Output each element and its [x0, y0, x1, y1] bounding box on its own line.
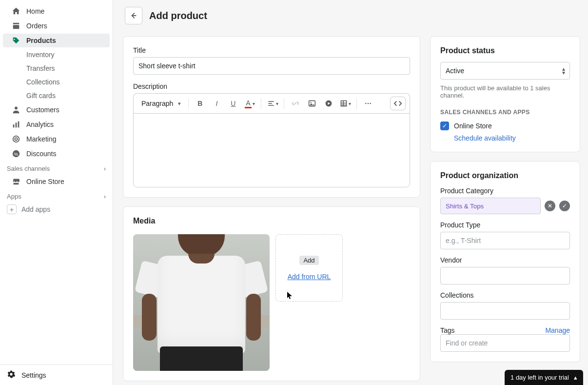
link-button[interactable] — [289, 97, 302, 110]
vendor-input[interactable] — [440, 267, 570, 284]
gear-icon — [7, 370, 16, 380]
nav-label: Customers — [26, 106, 59, 114]
checkbox-checked-icon: ✓ — [440, 122, 449, 130]
align-left-icon — [267, 100, 275, 107]
sales-channels-header[interactable]: Sales channels › — [0, 161, 113, 174]
org-heading: Product organization — [440, 171, 570, 180]
channels-heading: SALES CHANNELS AND APPS — [440, 109, 570, 116]
trial-toast[interactable]: 1 day left in your trial ▴ — [505, 370, 583, 385]
more-button[interactable] — [361, 97, 375, 110]
nav-label: Discounts — [26, 150, 56, 158]
home-icon — [12, 7, 20, 16]
marketing-icon — [12, 135, 20, 143]
nav-sub-collections[interactable]: Collections — [3, 76, 110, 88]
collections-input[interactable] — [440, 302, 570, 320]
svg-rect-1 — [13, 124, 15, 127]
channel-online-store-row[interactable]: ✓ Online Store — [440, 122, 570, 130]
image-icon — [308, 100, 316, 107]
paragraph-option-label: Paragraph — [141, 100, 173, 107]
svg-rect-3 — [18, 122, 20, 128]
product-type-input[interactable] — [440, 232, 570, 249]
chevron-right-icon: › — [104, 193, 106, 200]
table-icon — [340, 100, 348, 107]
back-button[interactable] — [125, 7, 142, 24]
title-input[interactable] — [133, 57, 410, 75]
text-color-button[interactable]: A▾ — [243, 97, 256, 110]
nav-marketing[interactable]: Marketing — [3, 132, 110, 146]
customers-icon — [12, 105, 20, 114]
paragraph-dropdown[interactable]: Paragraph — [137, 97, 184, 110]
sidebar: Home Orders Products Inventory Transfers… — [0, 0, 113, 385]
image-button[interactable] — [305, 97, 319, 110]
description-editor[interactable] — [133, 113, 410, 187]
media-add-dropzone[interactable]: Add Add from URL — [275, 234, 343, 302]
add-from-url-link[interactable]: Add from URL — [288, 273, 331, 281]
bold-button[interactable]: B — [193, 97, 207, 110]
link-icon — [292, 100, 299, 107]
nav-analytics[interactable]: Analytics — [3, 118, 110, 131]
discounts-icon: % — [12, 149, 20, 158]
category-input[interactable] — [440, 198, 541, 214]
add-apps-label: Add apps — [21, 205, 50, 213]
nav-label: Analytics — [26, 121, 54, 128]
nav-label: Online Store — [26, 178, 64, 185]
side-column: Product status ▴▾ This product will be a… — [430, 36, 580, 385]
svg-rect-9 — [268, 103, 272, 104]
orders-icon — [12, 21, 20, 30]
italic-button[interactable]: I — [210, 97, 223, 110]
status-card: Product status ▴▾ This product will be a… — [430, 36, 580, 152]
vendor-label: Vendor — [440, 256, 570, 264]
schedule-availability-link[interactable]: Schedule availability — [454, 134, 516, 142]
clear-category-button[interactable]: ✕ — [545, 201, 555, 211]
more-icon — [364, 100, 372, 107]
video-button[interactable] — [322, 97, 335, 110]
products-icon — [12, 36, 20, 45]
nav-discounts[interactable]: % Discounts — [3, 147, 110, 161]
svg-rect-8 — [268, 101, 274, 102]
trial-toast-text: 1 day left in your trial — [510, 374, 569, 381]
plus-icon: ＋ — [7, 204, 17, 214]
align-button[interactable]: ▾ — [266, 97, 279, 110]
analytics-icon — [12, 120, 20, 129]
page-title: Add product — [149, 10, 207, 21]
code-view-button[interactable] — [390, 97, 406, 110]
nav-products[interactable]: Products — [3, 34, 110, 47]
apps-header[interactable]: Apps › — [0, 189, 113, 202]
svg-point-15 — [365, 103, 367, 104]
separator — [356, 98, 357, 109]
nav-settings[interactable]: Settings — [0, 365, 113, 385]
separator — [284, 98, 284, 109]
manage-tags-link[interactable]: Manage — [545, 326, 570, 334]
title-label: Title — [133, 46, 410, 54]
svg-point-16 — [368, 103, 369, 104]
add-pill-button[interactable]: Add — [299, 256, 318, 265]
media-card: Media Add — [123, 206, 420, 381]
svg-rect-10 — [268, 105, 274, 106]
nav-orders[interactable]: Orders — [3, 19, 110, 33]
status-heading: Product status — [440, 46, 570, 55]
underline-button[interactable]: U — [226, 97, 240, 110]
nav-label: Home — [26, 7, 44, 15]
status-select[interactable] — [440, 62, 570, 80]
nav-sub-inventory[interactable]: Inventory — [3, 48, 110, 61]
store-icon — [12, 177, 20, 186]
svg-point-12 — [311, 102, 312, 103]
separator — [188, 98, 189, 109]
nav-home[interactable]: Home — [3, 4, 110, 18]
tags-label: Tags — [440, 326, 455, 334]
nav-sub-transfers[interactable]: Transfers — [3, 62, 110, 75]
svg-point-4 — [13, 136, 20, 142]
add-apps-button[interactable]: ＋ Add apps — [0, 202, 113, 217]
nav-online-store[interactable]: Online Store — [3, 175, 110, 188]
nav-customers[interactable]: Customers — [3, 103, 110, 117]
table-button[interactable]: ▾ — [338, 97, 352, 110]
confirm-category-button[interactable]: ✓ — [559, 201, 570, 211]
svg-point-0 — [15, 106, 18, 109]
tags-input[interactable] — [440, 334, 570, 352]
sales-channels-label: Sales channels — [7, 165, 50, 172]
nav-sub-giftcards[interactable]: Gift cards — [3, 89, 110, 102]
media-thumbnail[interactable] — [133, 234, 270, 371]
channel-label: Online Store — [454, 122, 492, 130]
settings-label: Settings — [21, 371, 46, 379]
arrow-left-icon — [129, 11, 138, 20]
